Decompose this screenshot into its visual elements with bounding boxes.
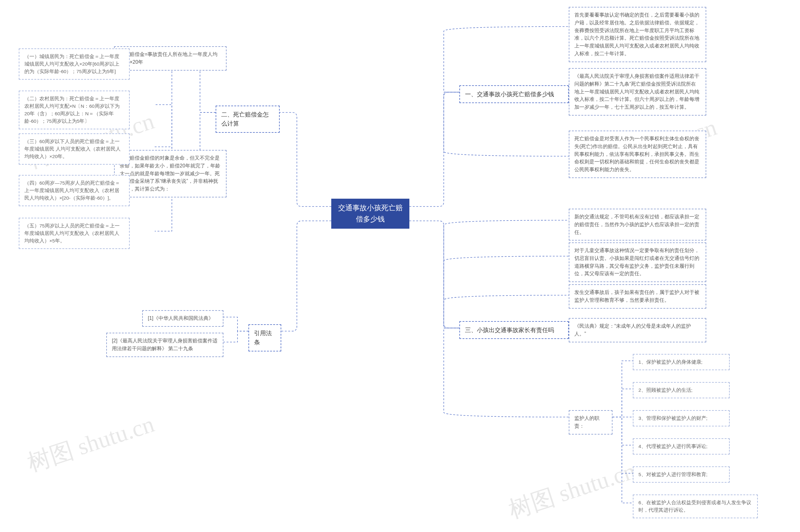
branch-1: 一、交通事故小孩死亡赔偿多少钱 [459, 85, 569, 103]
leaf-2-2: 死亡赔偿金赔偿的对象是余命，但又不完全是余命，如果年龄太小，赔偿20年就完了，年… [114, 150, 227, 197]
calc-4: （四）60周岁—75周岁人员的死亡赔偿金＝上一年度城镇居民人均可支配收入（农村居… [19, 175, 130, 206]
leaf-1-2: 《最高人民法院关于审理人身损害赔偿案件适用法律若干问题的解释》第二十九条“死亡赔… [569, 68, 706, 116]
leaf-3-1: 新的交通法规定，不管司机有没有过错，都应该承担一定的赔偿责任，当然作为小孩的监护… [569, 209, 706, 241]
branch-3: 三、小孩出交通事故家长有责任吗 [459, 321, 569, 339]
watermark: 树图 shutu.cn [23, 408, 158, 479]
branch-2: 二、死亡赔偿金怎么计算 [216, 106, 280, 133]
branch-4: 引用法条 [248, 324, 281, 352]
leaf-3-3: 发生交通事故后，孩子如果有责任的，属于监护人对于被监护人管理和教育不够，当然要承… [569, 284, 706, 309]
duty-3: 3、管理和保护被监护人的财产; [633, 410, 730, 426]
duty-6: 6、在被监护人合法权益受到侵害或者与人发生争议时，代理其进行诉讼。 [633, 495, 758, 518]
calc-5: （五）75周岁以上人员的死亡赔偿金＝上一年度城镇居民人均可支配收入（农村居民人均… [19, 218, 130, 249]
calc-1: （一）城镇居民为：死亡赔偿金＝上一年度城镇居民人均可支配收入×20年[60周岁以… [19, 49, 130, 80]
center-node: 交通事故小孩死亡赔偿多少钱 [331, 199, 409, 229]
leaf-1-1: 首先要看看事故认定书确定的责任，之后需要看看小孩的户籍，以及经常居住地。之后依据… [569, 7, 706, 62]
calc-3: （三）60周岁以下人员的死亡赔偿金＝上一年度城镇居民 人均可支配收入（农村居民人… [19, 133, 130, 165]
duty-2: 2、照顾被监护人的生活; [633, 382, 730, 398]
duty-1: 1、保护被监护人的身体健康; [633, 354, 730, 370]
leaf-3-2: 对于儿童交通事故这种情况一定要争取有利的责任划分，切忌盲目认责。小孩如果是闯红灯… [569, 242, 706, 282]
ref-2: [2]《最高人民法院关于审理人身损害赔偿案件适用法律若干问题的解释》 第二十九条 [106, 333, 223, 357]
leaf-3-sub-title: 监护人的职责： [569, 410, 613, 435]
duty-4: 4、代理被监护人进行民事诉讼; [633, 438, 730, 455]
leaf-2-1: 死亡赔偿金=事故责任人所在地上一年度人均收入×20年 [114, 46, 227, 71]
watermark: 树图 shutu.cn [505, 455, 639, 526]
leaf-3-4: 《民法典》规定：“未成年人的父母是未成年人的监护人。” [569, 318, 706, 342]
duty-5: 5、对被监护人进行管理和教育; [633, 467, 730, 483]
calc-2: （二）农村居民为：死亡赔偿金＝上一年度农村居民人均可支配×N〔N：60周岁以下为… [19, 91, 130, 129]
leaf-1-3: 死亡赔偿金是对受害人作为一个民事权利主体生命权的丧失(死亡)作出的赔偿。公民从出… [569, 131, 706, 178]
ref-1: [1]《中华人民共和国民法典》 [142, 310, 223, 327]
